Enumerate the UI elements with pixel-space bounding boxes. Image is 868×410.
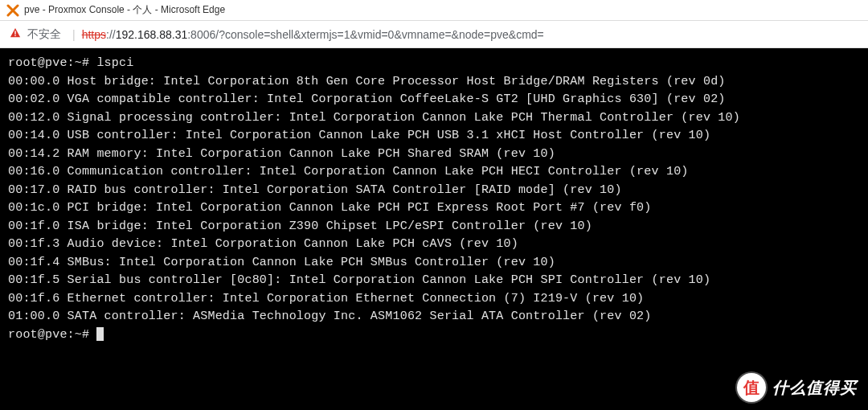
terminal-output-line: 00:1c.0 PCI bridge: Intel Corporation Ca… bbox=[8, 199, 860, 218]
terminal-output-line: 00:1f.5 Serial bus controller [0c80]: In… bbox=[8, 272, 860, 290]
url-path: :8006/?console=shell&xtermjs=1&vmid=0&vm… bbox=[187, 28, 544, 41]
svg-rect-0 bbox=[14, 31, 15, 34]
warning-icon bbox=[10, 27, 21, 41]
terminal-output-line: 00:1f.4 SMBus: Intel Corporation Cannon … bbox=[8, 254, 860, 273]
svg-rect-1 bbox=[14, 35, 15, 36]
separator: | bbox=[72, 28, 76, 41]
terminal-output-line: 00:00.0 Host bridge: Intel Corporation 8… bbox=[8, 73, 860, 92]
terminal[interactable]: root@pve:~# lspci00:00.0 Host bridge: In… bbox=[0, 48, 868, 410]
url-display[interactable]: https://192.168.88.31:8006/?console=shel… bbox=[82, 28, 544, 41]
insecure-label: 不安全 bbox=[27, 27, 61, 42]
terminal-prompt-line: root@pve:~# lspci bbox=[8, 55, 860, 73]
window-title-bar: pve - Proxmox Console - 个人 - Microsoft E… bbox=[0, 0, 868, 21]
terminal-output-line: 00:16.0 Communication controller: Intel … bbox=[8, 163, 860, 182]
watermark: 值 什么值得买 bbox=[737, 373, 857, 402]
window-title: pve - Proxmox Console - 个人 - Microsoft E… bbox=[24, 3, 225, 17]
terminal-output-line: 00:12.0 Signal processing controller: In… bbox=[8, 109, 860, 128]
proxmox-icon bbox=[6, 4, 19, 17]
address-bar[interactable]: 不安全 | https://192.168.88.31:8006/?consol… bbox=[0, 21, 868, 48]
terminal-output-line: 00:02.0 VGA compatible controller: Intel… bbox=[8, 91, 860, 109]
terminal-prompt-line: root@pve:~# bbox=[8, 326, 860, 345]
terminal-output-line: 00:1f.0 ISA bridge: Intel Corporation Z3… bbox=[8, 218, 860, 236]
terminal-output-line: 00:14.0 USB controller: Intel Corporatio… bbox=[8, 127, 860, 146]
url-host: 192.168.88.31 bbox=[116, 28, 188, 41]
terminal-cursor bbox=[96, 327, 104, 341]
watermark-badge: 值 bbox=[737, 373, 766, 402]
terminal-output-line: 01:00.0 SATA controller: ASMedia Technol… bbox=[8, 308, 860, 326]
terminal-output-line: 00:1f.6 Ethernet controller: Intel Corpo… bbox=[8, 290, 860, 309]
terminal-output-line: 00:17.0 RAID bus controller: Intel Corpo… bbox=[8, 182, 860, 200]
terminal-output-line: 00:14.2 RAM memory: Intel Corporation Ca… bbox=[8, 146, 860, 164]
url-scheme-sep: :// bbox=[106, 28, 116, 41]
url-scheme: https bbox=[82, 28, 106, 41]
watermark-text: 什么值得买 bbox=[772, 377, 857, 399]
terminal-output-line: 00:1f.3 Audio device: Intel Corporation … bbox=[8, 236, 860, 254]
